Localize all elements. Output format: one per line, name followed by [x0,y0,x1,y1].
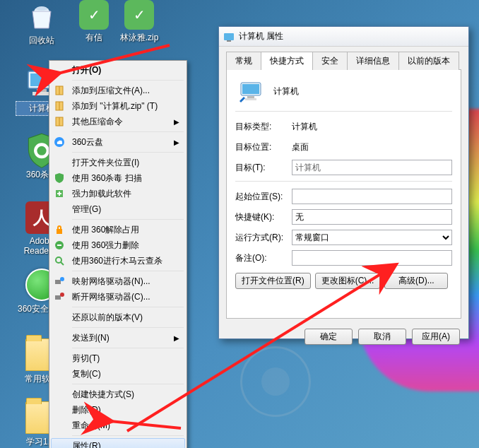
menu-item[interactable]: 打开(O) [51,62,185,78]
row-run: 运行方式(R): 常规窗口 [235,230,452,245]
context-menu: 打开(O)添加到压缩文件(A)...添加到 "计算机.zip" (T)其他压缩命… [49,60,187,448]
menu-separator [72,307,184,307]
row-comment: 备注(O): [235,250,452,266]
menu-item[interactable]: 重命名(M) [51,418,185,433]
menu-item[interactable]: 剪切(T) [51,350,185,366]
open-file-location-button[interactable]: 打开文件位置(R) [235,273,311,289]
svg-point-21 [60,277,64,281]
menu-item[interactable]: 属性(R) [51,438,185,448]
label-target-type: 目标类型: [235,121,292,133]
tab-1[interactable]: 快捷方式 [261,52,313,70]
menu-item[interactable]: 添加到压缩文件(A)... [51,83,185,98]
tab-3[interactable]: 详细信息 [347,52,399,70]
desktop-icon-label: 有信 [68,31,120,45]
menu-item-label: 360云盘 [72,136,103,148]
computer-icon [240,80,262,102]
scan-icon [54,255,65,266]
tab-4[interactable]: 以前的版本 [398,52,459,70]
tab-0[interactable]: 常规 [226,52,261,70]
tab-2[interactable]: 安全 [312,52,348,70]
menu-item[interactable]: 使用360进行木马云查杀 [51,253,185,269]
menu-separator [72,348,184,348]
input-hotkey[interactable] [292,209,452,225]
value-target-type: 计算机 [292,121,317,133]
cancel-button[interactable]: 取消 [358,329,406,345]
menu-item[interactable]: 管理(G) [51,201,185,217]
lock-icon [54,224,65,235]
menu-item[interactable]: 删除(D) [51,402,185,418]
menu-item[interactable]: 创建快捷方式(S) [51,387,185,402]
menu-separator [72,271,184,271]
menu-item[interactable]: 使用 360杀毒 扫描 [51,170,185,186]
svg-point-23 [60,293,64,297]
advanced-button[interactable]: 高级(D)... [384,273,448,289]
row-target-type: 目标类型: 计算机 [235,119,452,134]
menu-item[interactable]: 映射网络驱动器(N)... [51,273,185,289]
menu-item-label: 复制(C) [72,368,101,380]
input-target[interactable] [292,160,452,175]
menu-item[interactable]: 360云盘▶ [51,134,185,150]
menu-item-label: 使用 360强力删除 [72,240,139,252]
svg-point-18 [56,257,61,263]
input-comment[interactable] [292,250,452,266]
menu-item[interactable]: 复制(C) [51,366,185,382]
svg-rect-28 [247,96,254,98]
menu-separator [72,435,184,436]
apply-button[interactable]: 应用(A) [412,329,460,345]
del360-icon [54,240,65,251]
row-hotkey: 快捷键(K): [235,209,452,225]
menu-item-label: 添加到 "计算机.zip" (T) [72,100,158,112]
svg-rect-20 [55,280,61,284]
menu-item-label: 使用 360解除占用 [72,224,139,236]
svg-point-6 [37,146,46,155]
menu-separator [72,384,184,384]
desktop-icon-youxin[interactable]: ✓有信 [68,0,120,45]
dialog-title-icon [223,31,235,42]
menu-separator [72,80,184,81]
menu-item[interactable]: 使用 360强力删除 [51,237,185,253]
menu-item[interactable]: 其他压缩命令▶ [51,114,185,129]
menu-item-label: 打开(O) [72,64,101,76]
dialog-body: 常规快捷方式安全详细信息以前的版本 计算机 目标类型: 计算机 目标位置: 桌面… [219,47,468,323]
menu-item-label: 使用 360杀毒 扫描 [72,172,142,184]
row-target: 目标(T): [235,160,452,175]
archive-icon [54,100,65,112]
menu-item-label: 剪切(T) [72,353,100,365]
desktop-icon-linzip[interactable]: ✓林泳雅.zip [113,0,165,45]
wallpaper-circle [240,346,311,417]
label-start-in: 起始位置(S): [235,191,292,203]
menu-item[interactable]: 添加到 "计算机.zip" (T) [51,98,185,114]
row-start-in: 起始位置(S): [235,189,452,204]
menu-item-label: 重命名(M) [72,420,110,432]
menu-item-label: 其他压缩命令 [72,116,123,128]
svg-rect-15 [57,229,62,234]
archive-icon [54,116,65,127]
menu-item[interactable]: 断开网络驱动器(C)... [51,289,185,305]
menu-item-label: 删除(D) [72,404,101,416]
submenu-arrow-icon: ▶ [174,138,179,146]
menu-item[interactable]: 还原以前的版本(V) [51,310,185,325]
menu-item[interactable]: 使用 360解除占用 [51,222,185,237]
menu-item[interactable]: 打开文件夹位置(I) [51,155,185,170]
menu-item-label: 添加到压缩文件(A)... [72,85,150,97]
select-run[interactable]: 常规窗口 [292,230,452,245]
panel-header-text: 计算机 [273,86,299,98]
change-icon-button[interactable]: 更改图标(C)... [315,273,381,289]
menu-item[interactable]: 强力卸载此软件 [51,186,185,201]
menu-item-label: 断开网络驱动器(C)... [72,291,150,303]
svg-rect-25 [227,40,231,42]
dialog-titlebar[interactable]: 计算机 属性 [219,27,468,47]
net-off-icon [54,291,65,302]
menu-item[interactable]: 发送到(N)▶ [51,330,185,346]
label-target-loc: 目标位置: [235,141,292,153]
ok-button[interactable]: 确定 [304,329,353,345]
menu-item-label: 发送到(N) [72,332,110,344]
menu-item-label: 打开文件夹位置(I) [72,157,139,169]
svg-rect-17 [57,244,61,246]
svg-rect-3 [37,89,47,92]
dialog-title: 计算机 属性 [239,30,283,42]
desktop-icon-recycle[interactable]: 回收站 [16,0,68,47]
input-start-in[interactable] [292,189,452,204]
menu-separator [72,219,184,220]
cloud-icon [54,136,65,148]
